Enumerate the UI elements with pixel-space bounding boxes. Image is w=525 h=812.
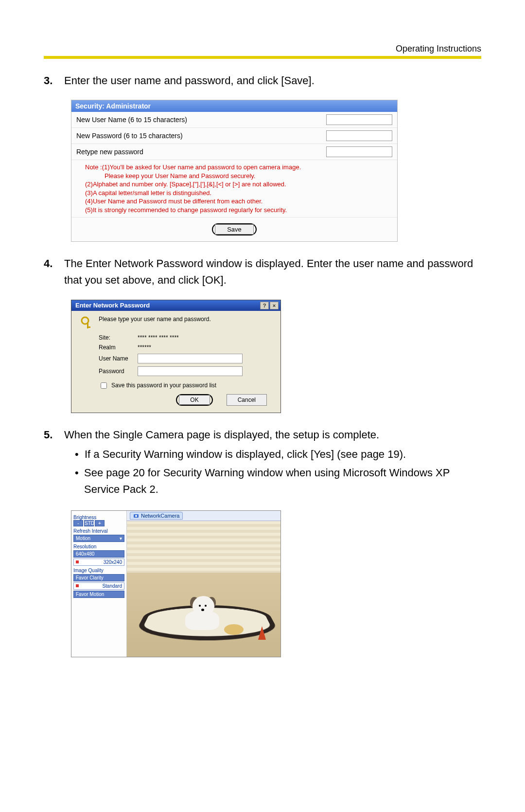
step-3-text: Enter the user name and password, and cl… [64,72,481,89]
bullet-icon: • [75,465,79,498]
retype-password-label: Retype new password [76,148,326,156]
divider-bar [44,56,481,59]
ok-highlight-circle: OK [176,394,212,406]
bullet-icon: • [75,446,80,463]
dialog-prompt: Please type your user name and password. [99,316,211,323]
camera-sidebar: Brightness -STD+ Refresh Interval Motion… [71,511,127,657]
single-camera-page: Brightness -STD+ Refresh Interval Motion… [71,510,281,657]
dog-illustration [180,596,224,630]
save-button[interactable]: Save [215,224,254,235]
step-3: 3. Enter the user name and password, and… [44,72,481,89]
new-password-label: New Password (6 to 15 characters) [76,132,326,140]
save-password-checkbox[interactable] [101,382,107,389]
refresh-label: Refresh Interval [73,528,124,534]
quality-label: Image Quality [73,568,124,573]
step-5-text: When the Single Camera page is displayed… [64,427,481,443]
resolution-label: Resolution [73,544,124,549]
res-640x480[interactable]: 640x480 [73,550,124,558]
step-5: 5. When the Single Camera page is displa… [44,427,481,500]
svg-rect-2 [87,326,90,328]
username-label: User Name [99,355,133,362]
security-admin-panel: Security: Administrator New User Name (6… [71,100,398,242]
brightness-label: Brightness [73,515,124,520]
quality-standard[interactable]: Standard [73,582,124,590]
username-input[interactable] [138,354,243,363]
ok-button[interactable]: OK [179,395,210,405]
quality-motion[interactable]: Favor Motion [73,591,124,598]
new-username-label: New User Name (6 to 15 characters) [76,116,326,124]
save-highlight-circle: Save [212,223,257,235]
res-320x240[interactable]: 320x240 [73,559,124,566]
password-label: Password [99,368,133,375]
retype-password-input[interactable] [326,146,392,157]
step-5-bullet-2: See page 20 for Security Warning window … [84,465,481,498]
key-icon [80,316,94,329]
header-label: Operating Instructions [44,44,481,54]
refresh-select[interactable]: Motion▾ [73,535,124,542]
realm-label: Realm [99,344,133,351]
step-3-number: 3. [44,72,57,89]
site-value: **** **** **** **** [138,334,179,341]
close-icon[interactable]: × [270,302,279,309]
security-panel-title: Security: Administrator [71,100,397,112]
quality-clarity[interactable]: Favor Clarity [73,574,124,581]
camera-icon [133,513,139,518]
new-password-input[interactable] [326,130,392,141]
password-input[interactable] [138,366,243,376]
realm-value: ****** [138,344,151,351]
new-username-input[interactable] [326,114,392,125]
step-4-text: The Enter Network Password window is dis… [64,255,481,289]
help-icon[interactable]: ? [260,302,269,309]
camera-image [127,521,280,657]
cancel-button[interactable]: Cancel [227,394,267,406]
security-note: Note :(1)You'll be asked for User name a… [71,160,397,217]
step-5-bullet-1: If a Security Warning window is displaye… [85,446,406,463]
enter-network-password-dialog: Enter Network Password ? × Please type y… [71,300,281,413]
camera-tab[interactable]: NetworkCamera [127,511,280,521]
svg-point-4 [135,515,137,517]
step-4: 4. The Enter Network Password window is … [44,255,481,289]
site-label: Site: [99,334,133,341]
dialog-title: Enter Network Password [75,302,150,309]
step-5-number: 5. [44,427,57,500]
step-4-number: 4. [44,255,57,289]
brightness-control[interactable]: -STD+ [73,520,124,526]
save-password-label: Save this password in your password list [111,382,216,389]
